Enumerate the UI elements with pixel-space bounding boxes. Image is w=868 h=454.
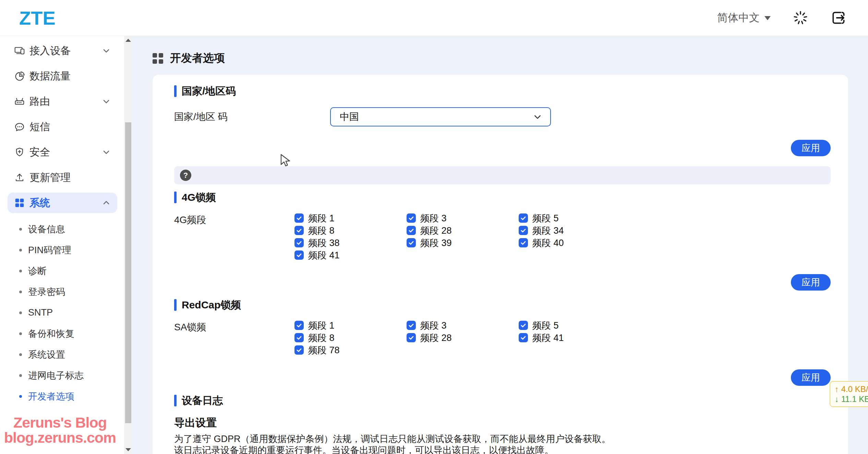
- band-checkbox-checked[interactable]: [294, 321, 304, 330]
- band-checkbox-checked[interactable]: [519, 226, 528, 235]
- band-option: 频段 1: [294, 213, 407, 223]
- band-checkbox-checked[interactable]: [519, 213, 528, 223]
- download-speed-value: 11.1 KB/s: [841, 394, 868, 404]
- scrollbar-up-arrow-icon[interactable]: [125, 39, 131, 42]
- sidebar-subitem-label: 诊断: [28, 265, 47, 277]
- band-checkbox-checked[interactable]: [519, 321, 528, 330]
- devices-icon: [14, 45, 25, 57]
- help-icon[interactable]: ?: [180, 170, 191, 181]
- upload-speed-value: 4.0 KB/s: [841, 384, 868, 394]
- section-accent-bar: [174, 299, 177, 311]
- band-checkbox-checked[interactable]: [519, 238, 528, 247]
- band-checkbox-checked[interactable]: [294, 238, 304, 247]
- lte-band-grid: 频段 1频段 3频段 5频段 8频段 28频段 34频段 38频段 39频段 4…: [294, 213, 631, 260]
- logout-icon[interactable]: [830, 10, 847, 26]
- band-checkbox-checked[interactable]: [407, 226, 416, 235]
- band-option: 频段 8: [294, 333, 407, 342]
- band-option: 频段 28: [407, 333, 519, 342]
- sidebar-item-security[interactable]: 安全: [8, 142, 117, 162]
- language-selector[interactable]: 简体中文: [717, 11, 771, 25]
- router-icon: [14, 96, 25, 107]
- bullet-icon: [19, 332, 22, 335]
- band-option: 频段 39: [407, 238, 519, 247]
- band-option: 频段 3: [407, 321, 519, 330]
- band-option: 频段 41: [294, 250, 407, 260]
- sidebar-item-access-devices[interactable]: 接入设备: [8, 40, 117, 61]
- bullet-icon: [19, 228, 22, 231]
- band-checkbox-checked[interactable]: [407, 333, 416, 342]
- apply-redcap-button[interactable]: 应用: [791, 369, 831, 386]
- band-checkbox-checked[interactable]: [519, 333, 528, 342]
- band-label: 频段 3: [420, 212, 447, 224]
- sidebar-subitem-diagnosis[interactable]: 诊断: [0, 260, 132, 281]
- sidebar-scrollbar[interactable]: [124, 36, 132, 454]
- section-accent-bar: [174, 85, 177, 97]
- band-checkbox-checked[interactable]: [407, 238, 416, 247]
- band-checkbox-checked[interactable]: [294, 213, 304, 223]
- sidebar-subitem-login-password[interactable]: 登录密码: [0, 281, 132, 302]
- band-checkbox-checked[interactable]: [407, 213, 416, 223]
- band-checkbox-checked[interactable]: [407, 321, 416, 330]
- sidebar-subitem-system-settings[interactable]: 系统设置: [0, 344, 132, 365]
- sidebar-subitem-network-e-label[interactable]: 进网电子标志: [0, 365, 132, 386]
- band-label: 频段 8: [308, 332, 335, 344]
- sidebar-submenu: 设备信息PIN码管理诊断登录密码SNTP备份和恢复系统设置进网电子标志开发者选项: [0, 218, 132, 407]
- shield-plus-icon: [14, 146, 25, 158]
- export-settings-heading: 导出设置: [174, 416, 831, 430]
- band-option: 频段 40: [519, 238, 631, 247]
- lte-bands-label: 4G频段: [174, 213, 294, 260]
- band-label: 频段 34: [532, 224, 564, 237]
- band-label: 频段 41: [308, 249, 340, 261]
- band-checkbox-checked[interactable]: [294, 345, 304, 355]
- apply-4g-button[interactable]: 应用: [791, 274, 831, 291]
- sidebar-item-system[interactable]: 系统: [8, 193, 117, 213]
- pie-chart-icon: [14, 70, 25, 82]
- bullet-icon: [19, 270, 22, 272]
- sidebar-item-routing[interactable]: 路由: [8, 91, 117, 112]
- sidebar-item-label: 短信: [29, 120, 50, 134]
- sidebar-item-label: 数据流量: [29, 69, 71, 83]
- band-label: 频段 40: [532, 237, 564, 249]
- download-arrow-icon: ↓: [835, 394, 839, 404]
- band-option: 频段 38: [294, 238, 407, 247]
- bullet-icon: [19, 374, 22, 377]
- watermark-line1: Zeruns's Blog: [0, 415, 120, 430]
- sidebar-subitem-backup-restore[interactable]: 备份和恢复: [0, 323, 132, 344]
- band-checkbox-checked[interactable]: [294, 333, 304, 342]
- band-label: 频段 39: [420, 237, 452, 249]
- refresh-spinner-icon[interactable]: [793, 10, 808, 26]
- scrollbar-thumb[interactable]: [125, 122, 131, 423]
- sidebar-subitem-label: PIN码管理: [28, 244, 71, 256]
- section-title-country: 国家/地区码: [182, 84, 236, 98]
- redcap-band-grid: 频段 1频段 3频段 5频段 8频段 28频段 41频段 78: [294, 321, 631, 355]
- section-accent-bar: [174, 192, 177, 203]
- app-header: ZTE 简体中文: [0, 0, 868, 36]
- country-select[interactable]: 中国: [330, 107, 551, 126]
- apply-country-button[interactable]: 应用: [791, 140, 831, 156]
- language-label: 简体中文: [717, 11, 760, 25]
- band-label: 频段 28: [420, 332, 452, 344]
- sidebar-subitem-developer-options[interactable]: 开发者选项: [0, 386, 132, 407]
- band-checkbox-checked[interactable]: [294, 250, 304, 260]
- sidebar-menu: 接入设备数据流量路由短信安全更新管理系统: [0, 40, 132, 213]
- sidebar-subitem-device-info[interactable]: 设备信息: [0, 219, 132, 240]
- country-code-label: 国家/地区 码: [174, 110, 330, 123]
- upload-icon: [14, 172, 25, 183]
- sidebar-subitem-sntp[interactable]: SNTP: [0, 302, 132, 323]
- scrollbar-down-arrow-icon[interactable]: [125, 448, 131, 451]
- page-title: 开发者选项: [170, 51, 225, 66]
- sidebar-item-label: 路由: [29, 95, 50, 109]
- watermark-line2: blog.zeruns.com: [0, 430, 120, 445]
- sidebar-item-update-management[interactable]: 更新管理: [8, 167, 117, 188]
- page-title-grid-icon: [153, 53, 163, 64]
- sidebar-subitem-label: 系统设置: [28, 348, 65, 361]
- bullet-icon: [19, 353, 22, 356]
- sidebar-subitem-pin-management[interactable]: PIN码管理: [0, 240, 132, 260]
- sidebar-subitem-label: 进网电子标志: [28, 369, 84, 382]
- sidebar-item-data-usage[interactable]: 数据流量: [8, 66, 117, 86]
- section-accent-bar: [174, 395, 177, 406]
- band-checkbox-checked[interactable]: [294, 226, 304, 235]
- sidebar-item-sms[interactable]: 短信: [8, 116, 117, 137]
- chevron-down-icon: [102, 47, 110, 55]
- band-option: 频段 41: [519, 333, 631, 342]
